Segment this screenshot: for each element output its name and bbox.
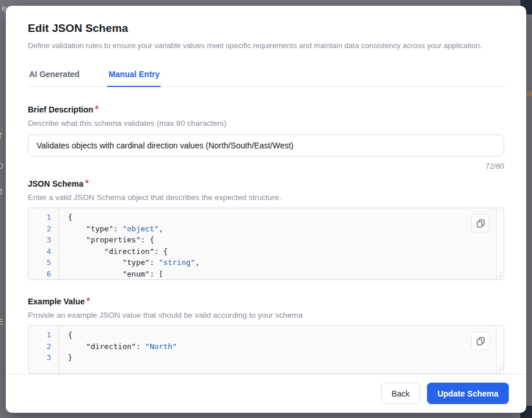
example-value-section: Example Value* Provide an example JSON v…: [28, 296, 504, 374]
modal-subtitle: Define validation rules to ensure your v…: [28, 41, 504, 50]
code-line: 6 "enum": [: [28, 268, 504, 280]
bg-text-fragment: or: [526, 89, 532, 97]
required-asterisk: *: [86, 296, 90, 306]
back-button[interactable]: Back: [381, 383, 420, 404]
code-line: 4 "direction": {: [28, 246, 504, 257]
json-schema-label: JSON Schema: [28, 179, 84, 188]
tab-manual-entry[interactable]: Manual Entry: [107, 65, 161, 87]
copy-icon: [476, 337, 485, 346]
json-schema-editor[interactable]: 1{2 "type": "object",3 "properties": {4 …: [28, 208, 504, 280]
json-schema-helper: Enter a valid JSON Schema object that de…: [28, 193, 504, 202]
brief-description-helper: Describe what this schema validates (max…: [28, 119, 504, 128]
example-value-helper: Provide an example JSON value that shoul…: [28, 311, 504, 319]
line-number: 4: [28, 246, 59, 257]
tab-ai-generated[interactable]: AI Generated: [28, 65, 81, 86]
code-line: 1{: [28, 329, 504, 341]
line-number: 6: [28, 268, 59, 280]
code-line: 7 "North",: [28, 279, 504, 280]
json-schema-section: JSON Schema* Enter a valid JSON Schema o…: [28, 179, 504, 280]
line-number: 1: [28, 329, 59, 341]
line-number: 5: [28, 257, 59, 268]
json-schema-code[interactable]: 1{2 "type": "object",3 "properties": {4 …: [28, 208, 504, 280]
example-value-label-row: Example Value*: [28, 296, 504, 307]
brief-description-label-row: Brief Description*: [28, 104, 504, 115]
code-line: 2 "type": "object",: [28, 223, 504, 235]
bg-text-fragment: E: [0, 317, 3, 326]
modal-title: Edit JSON Schema: [28, 22, 504, 35]
modal-body: Edit JSON Schema Define validation rules…: [6, 6, 526, 374]
line-number: 2: [28, 341, 59, 352]
code-line: 5 "type": "string",: [28, 257, 504, 268]
modal-footer: Back Update Schema: [6, 374, 526, 413]
json-schema-label-row: JSON Schema*: [28, 179, 504, 189]
line-number: 3: [28, 234, 59, 246]
code-line: 2 "direction": "North": [28, 341, 504, 352]
required-asterisk: *: [95, 104, 99, 114]
tab-bar: AI Generated Manual Entry: [28, 65, 504, 87]
copy-icon: [476, 219, 485, 228]
editor-scrollbar[interactable]: [496, 326, 504, 373]
brief-description-input[interactable]: [28, 135, 504, 157]
code-line: 3 "properties": {: [28, 234, 504, 246]
required-asterisk: *: [85, 179, 89, 188]
copy-button[interactable]: [471, 214, 490, 232]
brief-description-label: Brief Description: [28, 105, 93, 114]
copy-button[interactable]: [471, 332, 490, 350]
line-number: 3: [28, 352, 59, 364]
example-value-label: Example Value: [28, 297, 85, 306]
bg-text-fragment: J: [0, 187, 2, 197]
update-schema-button[interactable]: Update Schema: [427, 383, 509, 404]
code-line: 1{: [28, 212, 504, 223]
edit-json-schema-modal: Edit JSON Schema Define validation rules…: [6, 6, 526, 413]
line-number: 2: [28, 223, 59, 235]
code-line: 3}: [28, 352, 504, 364]
bg-text-fragment: T: [0, 131, 3, 140]
example-value-editor[interactable]: 1{2 "direction": "North"3}: [28, 325, 504, 374]
line-number: 7: [28, 279, 59, 280]
example-value-code[interactable]: 1{2 "direction": "North"3}: [28, 326, 504, 364]
editor-scrollbar[interactable]: [496, 208, 504, 279]
line-number: 1: [28, 212, 59, 223]
character-counter: 72/80: [28, 162, 504, 170]
bg-text-fragment: D: [0, 161, 3, 170]
brief-description-section: Brief Description* Describe what this sc…: [28, 104, 504, 170]
